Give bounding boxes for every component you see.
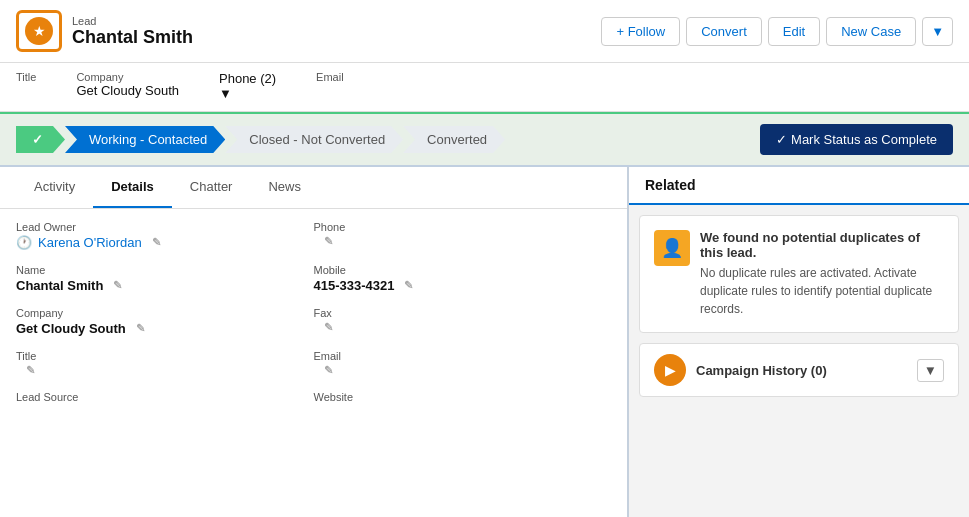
edit-email-icon[interactable]: ✎ bbox=[324, 364, 333, 377]
company-label: Company bbox=[76, 71, 179, 83]
edit-owner-icon[interactable]: ✎ bbox=[152, 236, 161, 249]
edit-button[interactable]: Edit bbox=[768, 17, 820, 46]
step-closed-not-converted[interactable]: Closed - Not Converted bbox=[225, 126, 403, 153]
detail-row-source-website: Lead Source Website bbox=[16, 391, 611, 405]
tab-details[interactable]: Details bbox=[93, 167, 172, 208]
detail-row-owner-phone: Lead Owner 🕐 Karena O'Riordan ✎ Phone ✎ bbox=[16, 221, 611, 250]
related-header: Related bbox=[629, 167, 969, 205]
phone-label: Phone (2) ▼ bbox=[219, 71, 276, 101]
details-content: Lead Owner 🕐 Karena O'Riordan ✎ Phone ✎ bbox=[0, 209, 627, 517]
title-label: Title bbox=[16, 71, 36, 83]
title-label: Title bbox=[16, 350, 314, 362]
phone-label: Phone bbox=[314, 221, 612, 233]
mark-complete-button[interactable]: ✓ Mark Status as Complete bbox=[760, 124, 953, 155]
fax-col: Fax ✎ bbox=[314, 307, 612, 336]
fax-label: Fax bbox=[314, 307, 612, 319]
lead-source-label: Lead Source bbox=[16, 391, 314, 403]
tabs: Activity Details Chatter News bbox=[0, 167, 627, 209]
main-content: Activity Details Chatter News Lead Owner… bbox=[0, 167, 969, 517]
lead-label: Lead bbox=[72, 15, 193, 27]
mobile-label: Mobile bbox=[314, 264, 612, 276]
lead-owner-label: Lead Owner bbox=[16, 221, 314, 233]
name-value: Chantal Smith ✎ bbox=[16, 278, 314, 293]
check-icon: ✓ bbox=[32, 132, 43, 147]
edit-title-icon[interactable]: ✎ bbox=[26, 364, 35, 377]
title-value: ✎ bbox=[16, 364, 314, 377]
email-value: ✎ bbox=[314, 364, 612, 377]
lead-owner-link[interactable]: Karena O'Riordan bbox=[38, 235, 142, 250]
edit-name-icon[interactable]: ✎ bbox=[113, 279, 122, 292]
company-col: Company Get Cloudy South ✎ bbox=[16, 307, 314, 336]
info-bar: Title Company Get Cloudy South Phone (2)… bbox=[0, 63, 969, 112]
tab-chatter[interactable]: Chatter bbox=[172, 167, 251, 208]
phone-field: Phone (2) ▼ bbox=[219, 71, 276, 101]
step-converted[interactable]: Converted bbox=[403, 126, 505, 153]
step-label: Working - Contacted bbox=[89, 132, 207, 147]
email-field: Email bbox=[316, 71, 344, 101]
campaign-icon: ▶ bbox=[654, 354, 686, 386]
lead-title-block: Lead Chantal Smith bbox=[72, 15, 193, 48]
campaign-expand-button[interactable]: ▼ bbox=[917, 359, 944, 382]
status-bar: ✓ Working - Contacted Closed - Not Conve… bbox=[0, 112, 969, 167]
lead-owner-col: Lead Owner 🕐 Karena O'Riordan ✎ bbox=[16, 221, 314, 250]
website-label: Website bbox=[314, 391, 612, 403]
more-actions-button[interactable]: ▼ bbox=[922, 17, 953, 46]
header-left: ★ Lead Chantal Smith bbox=[16, 10, 193, 52]
duplicate-card: 👤 We found no potential duplicates of th… bbox=[639, 215, 959, 333]
campaign-left: ▶ Campaign History (0) bbox=[654, 354, 827, 386]
fax-value: ✎ bbox=[314, 321, 612, 334]
name-label: Name bbox=[16, 264, 314, 276]
detail-row-name-mobile: Name Chantal Smith ✎ Mobile 415-333-4321… bbox=[16, 264, 611, 293]
mobile-value: 415-333-4321 ✎ bbox=[314, 278, 612, 293]
website-col: Website bbox=[314, 391, 612, 405]
email-label: Email bbox=[314, 350, 612, 362]
header-actions: + Follow Convert Edit New Case ▼ bbox=[601, 17, 953, 46]
lead-owner-value: 🕐 Karena O'Riordan ✎ bbox=[16, 235, 314, 250]
right-panel: Related 👤 We found no potential duplicat… bbox=[629, 167, 969, 517]
email-label: Email bbox=[316, 71, 344, 83]
tab-activity[interactable]: Activity bbox=[16, 167, 93, 208]
duplicate-text: We found no potential duplicates of this… bbox=[700, 230, 944, 318]
detail-row-company-fax: Company Get Cloudy South ✎ Fax ✎ bbox=[16, 307, 611, 336]
related-title: Related bbox=[645, 177, 696, 193]
mobile-col: Mobile 415-333-4321 ✎ bbox=[314, 264, 612, 293]
title-col: Title ✎ bbox=[16, 350, 314, 377]
follow-button[interactable]: + Follow bbox=[601, 17, 680, 46]
convert-button[interactable]: Convert bbox=[686, 17, 762, 46]
lead-icon: ★ bbox=[25, 17, 53, 45]
company-value: Get Cloudy South bbox=[76, 83, 179, 98]
duplicate-title: We found no potential duplicates of this… bbox=[700, 230, 944, 260]
phone-col: Phone ✎ bbox=[314, 221, 612, 250]
email-col: Email ✎ bbox=[314, 350, 612, 377]
lead-icon-wrapper: ★ bbox=[16, 10, 62, 52]
name-col: Name Chantal Smith ✎ bbox=[16, 264, 314, 293]
header: ★ Lead Chantal Smith + Follow Convert Ed… bbox=[0, 0, 969, 63]
left-panel: Activity Details Chatter News Lead Owner… bbox=[0, 167, 629, 517]
company-field: Company Get Cloudy South bbox=[76, 71, 179, 101]
step-label: Closed - Not Converted bbox=[249, 132, 385, 147]
new-case-button[interactable]: New Case bbox=[826, 17, 916, 46]
edit-phone-icon[interactable]: ✎ bbox=[324, 235, 333, 248]
detail-row-title-email: Title ✎ Email ✎ bbox=[16, 350, 611, 377]
duplicate-desc: No duplicate rules are activated. Activa… bbox=[700, 264, 944, 318]
phone-value: ✎ bbox=[314, 235, 612, 248]
tab-news[interactable]: News bbox=[250, 167, 319, 208]
company-label: Company bbox=[16, 307, 314, 319]
edit-company-icon[interactable]: ✎ bbox=[136, 322, 145, 335]
campaign-title: Campaign History (0) bbox=[696, 363, 827, 378]
edit-mobile-icon[interactable]: ✎ bbox=[404, 279, 413, 292]
lead-name: Chantal Smith bbox=[72, 27, 193, 48]
duplicate-icon: 👤 bbox=[654, 230, 690, 266]
campaign-card: ▶ Campaign History (0) ▼ bbox=[639, 343, 959, 397]
title-field: Title bbox=[16, 71, 36, 101]
lead-source-col: Lead Source bbox=[16, 391, 314, 405]
step-completed[interactable]: ✓ bbox=[16, 126, 65, 153]
company-value: Get Cloudy South ✎ bbox=[16, 321, 314, 336]
step-label: Converted bbox=[427, 132, 487, 147]
edit-fax-icon[interactable]: ✎ bbox=[324, 321, 333, 334]
status-steps: ✓ Working - Contacted Closed - Not Conve… bbox=[16, 126, 760, 153]
step-working-contacted[interactable]: Working - Contacted bbox=[65, 126, 225, 153]
owner-icon: 🕐 bbox=[16, 235, 32, 250]
